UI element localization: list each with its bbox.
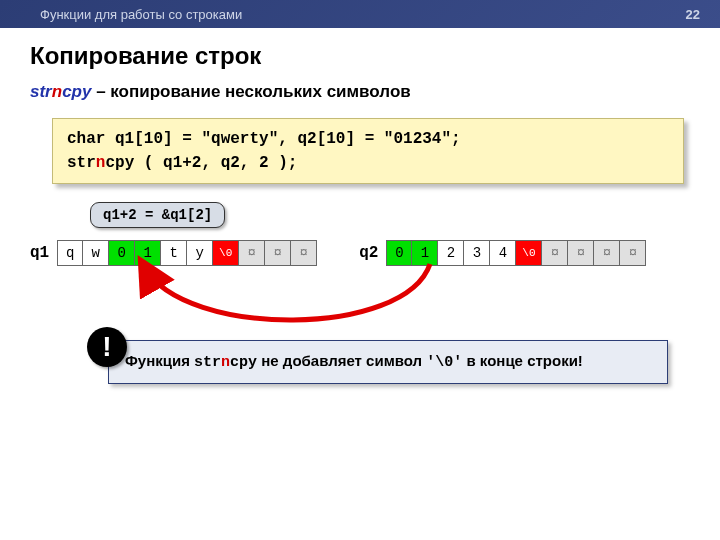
- array-cell: ¤: [239, 240, 265, 266]
- array-cell: 2: [438, 240, 464, 266]
- array-cell: 4: [490, 240, 516, 266]
- note-box: ! Функция strncpy не добавляет символ '\…: [108, 340, 668, 384]
- array-q1: q1 qw01ty\0¤¤¤: [30, 240, 317, 266]
- array-cell: \0: [516, 240, 542, 266]
- array-cell: ¤: [542, 240, 568, 266]
- array-cell: y: [187, 240, 213, 266]
- warning-icon: !: [87, 327, 127, 367]
- array-label: q2: [359, 244, 378, 262]
- array-cell: ¤: [594, 240, 620, 266]
- array-cell: w: [83, 240, 109, 266]
- array-cell: t: [161, 240, 187, 266]
- array-cell: 0: [386, 240, 412, 266]
- array-cell: ¤: [291, 240, 317, 266]
- slide-header: Функции для работы со строками 22: [0, 0, 720, 28]
- array-cell: \0: [213, 240, 239, 266]
- array-label: q1: [30, 244, 49, 262]
- code-line-2: strncpy ( q1+2, q2, 2 );: [67, 151, 669, 175]
- page-title: Копирование строк: [0, 28, 720, 76]
- array-cell: 0: [109, 240, 135, 266]
- pointer-annotation: q1+2 = &q1[2]: [90, 202, 225, 228]
- array-cell: 3: [464, 240, 490, 266]
- array-cell: ¤: [265, 240, 291, 266]
- page-number: 22: [686, 7, 700, 22]
- arrays-row: q1 qw01ty\0¤¤¤ q2 01234\0¤¤¤¤: [0, 238, 720, 266]
- code-line-1: char q1[10] = "qwerty", q2[10] = "01234"…: [67, 127, 669, 151]
- array-cell: ¤: [620, 240, 646, 266]
- array-cell: 1: [412, 240, 438, 266]
- array-cell: ¤: [568, 240, 594, 266]
- code-block: char q1[10] = "qwerty", q2[10] = "01234"…: [52, 118, 684, 184]
- array-cell: q: [57, 240, 83, 266]
- array-cell: 1: [135, 240, 161, 266]
- subtitle: strncpy – копирование нескольких символо…: [0, 76, 720, 112]
- array-q2: q2 01234\0¤¤¤¤: [359, 240, 646, 266]
- section-title: Функции для работы со строками: [40, 7, 242, 22]
